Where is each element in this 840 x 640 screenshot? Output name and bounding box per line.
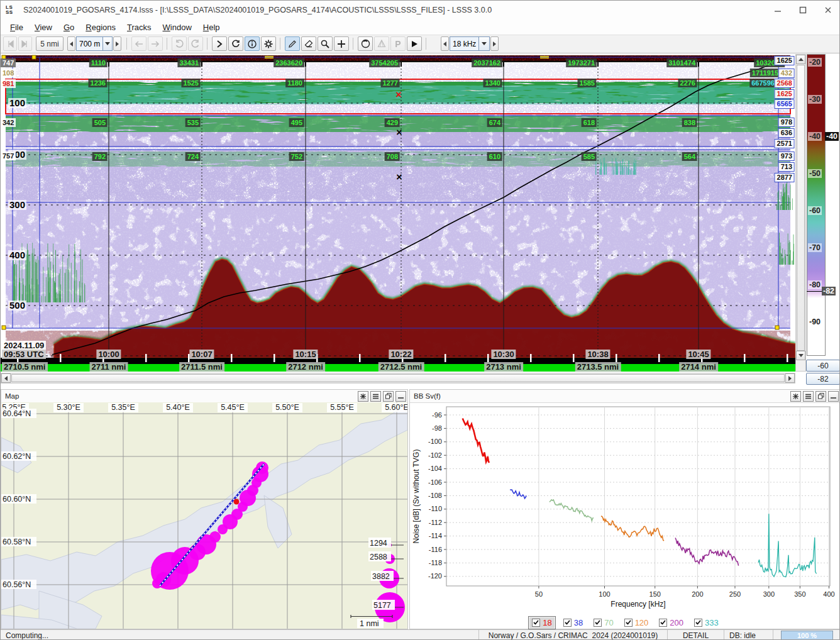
play-button[interactable]	[407, 36, 422, 51]
bb-svf-panel: BB Sv(f) 50100150200250300350400-96-98-1…	[409, 389, 840, 629]
echo-value-badge: 2037162	[472, 58, 502, 67]
frequency-combo[interactable]: 18 kHz	[450, 36, 490, 51]
colorbar-tick: -80	[808, 280, 822, 289]
colorbar-upper-threshold-button[interactable]: -60	[806, 360, 840, 372]
panel-detach-icon[interactable]	[815, 391, 826, 402]
frequency-next-button[interactable]	[490, 36, 499, 51]
y-tick-label: -98	[432, 424, 442, 432]
y-tick-label: -118	[429, 559, 442, 566]
panel-settings-icon[interactable]	[790, 391, 801, 402]
time-label: 10:30	[491, 350, 516, 359]
refresh-button[interactable]	[228, 36, 243, 51]
echo-value-badge: 1180	[285, 79, 304, 87]
legend-value: 1294	[370, 539, 387, 548]
settings-gear-button[interactable]	[261, 36, 276, 51]
depth-range-prev-button[interactable]	[67, 36, 75, 51]
lon-label: 5.40°E	[166, 403, 190, 412]
menu-item-tracks[interactable]: Tracks	[121, 21, 157, 33]
back-button[interactable]	[131, 36, 146, 51]
chevron-down-icon[interactable]	[478, 37, 489, 50]
scroll-up-button[interactable]	[796, 55, 805, 64]
frequency-toggle-333[interactable]: 333	[691, 617, 722, 629]
y-tick-label: -104	[428, 465, 442, 472]
scroll-down-button[interactable]	[796, 351, 805, 360]
vscroll-thumb[interactable]	[797, 65, 805, 351]
menu-item-window[interactable]: Window	[157, 21, 197, 33]
range-button[interactable]: 5 nmi	[36, 36, 64, 51]
forward-button[interactable]	[148, 36, 163, 51]
p-mode-button[interactable]: P	[390, 36, 406, 51]
frequency-toggle-120[interactable]: 120	[621, 617, 652, 629]
echo-value-badge: 3754205	[369, 58, 400, 67]
checkbox-icon[interactable]	[532, 619, 540, 627]
sv-colorbar[interactable]: -20-30-40-50-60-70-80-90-40-82	[807, 54, 840, 356]
menu-item-help[interactable]: Help	[197, 21, 226, 33]
minimize-button[interactable]	[765, 1, 790, 19]
distance-label: 2711 nmi	[90, 362, 128, 372]
menu-item-go[interactable]: Go	[58, 21, 80, 33]
hscroll-thumb[interactable]	[11, 374, 785, 382]
menu-item-file[interactable]: File	[4, 21, 29, 33]
info-button[interactable]	[245, 36, 260, 51]
checkbox-icon[interactable]	[594, 619, 602, 627]
panel-minimize-icon[interactable]	[395, 391, 406, 402]
echo-value-badge: 3101474	[666, 58, 697, 67]
panel-menu-icon[interactable]	[370, 391, 381, 402]
panel-settings-icon[interactable]	[358, 391, 368, 402]
zoom-tool-button[interactable]	[318, 36, 333, 51]
frequency-toggle-18[interactable]: 18	[528, 616, 555, 629]
frequency-prev-button[interactable]	[441, 36, 449, 51]
edge-value-right: 636	[778, 128, 795, 138]
depth-range-next-button[interactable]	[113, 36, 121, 51]
scroll-left-button[interactable]	[1, 373, 11, 383]
redo-button[interactable]	[188, 36, 203, 51]
add-tool-button[interactable]	[334, 36, 349, 51]
y-tick-label: -108	[428, 492, 442, 499]
goto-last-button[interactable]	[18, 36, 32, 51]
checkbox-icon[interactable]	[563, 619, 572, 627]
undo-button[interactable]	[172, 36, 187, 51]
lat-label: 60.64°N	[3, 409, 31, 418]
goto-first-button[interactable]	[3, 36, 17, 51]
status-bar: Computing... Norway / G.O.Sars / CRIMAC_…	[1, 629, 840, 640]
panel-menu-icon[interactable]	[803, 391, 814, 402]
beam-cone-button[interactable]	[374, 36, 389, 51]
echogram-panel[interactable]: 1002003004005001110334312363620375420520…	[1, 54, 840, 372]
frequency-toggle-38[interactable]: 38	[560, 617, 586, 629]
panel-minimize-icon[interactable]	[828, 391, 839, 402]
menu-bar: FileViewGoRegionsTracksWindowHelp	[1, 19, 840, 35]
lon-label: 5.60°E	[385, 403, 407, 412]
legend-value: 3882	[372, 572, 390, 581]
mode-indicator[interactable]: DETAIL	[667, 630, 724, 640]
menu-item-regions[interactable]: Regions	[80, 21, 121, 33]
step-button[interactable]	[212, 36, 227, 51]
menu-item-view[interactable]: View	[29, 21, 58, 33]
checkbox-icon[interactable]	[694, 619, 702, 627]
window-title: S2024001019_PGOSARS_4174.lsss - [I:\LSSS…	[23, 6, 492, 14]
echogram-vscrollbar[interactable]	[795, 54, 806, 372]
colorbar-tick: -90	[808, 317, 822, 326]
map-scale-label: 1 nmi	[360, 619, 379, 628]
edge-value-right: 1625	[775, 56, 795, 65]
x-tick-label: 200	[692, 590, 703, 598]
frequency-toggle-70[interactable]: 70	[590, 617, 616, 629]
echogram-hscrollbar[interactable]	[1, 373, 795, 383]
echogram-image[interactable]	[1, 54, 795, 372]
school-circle-button[interactable]	[358, 36, 373, 51]
checkbox-icon[interactable]	[659, 619, 667, 627]
close-button[interactable]	[815, 1, 840, 19]
frequency-toggle-200[interactable]: 200	[656, 617, 687, 629]
pencil-tool-button[interactable]	[285, 36, 300, 51]
lon-label: 5.35°E	[111, 403, 135, 412]
map-canvas[interactable]: 5.25°E5.30°E5.35°E5.40°E5.45°E5.50°E5.55…	[1, 402, 407, 629]
depth-range-combo[interactable]: 700 m	[76, 36, 113, 51]
chevron-down-icon[interactable]	[102, 37, 112, 50]
panel-detach-icon[interactable]	[383, 391, 394, 402]
frequency-value: 18 kHz	[450, 40, 478, 48]
eraser-tool-button[interactable]	[301, 36, 316, 51]
lat-label: 60.56°N	[3, 580, 31, 589]
colorbar-lower-threshold-button[interactable]: -82	[806, 373, 840, 385]
maximize-button[interactable]	[790, 1, 815, 19]
scroll-right-button[interactable]	[785, 373, 795, 383]
checkbox-icon[interactable]	[624, 619, 633, 627]
